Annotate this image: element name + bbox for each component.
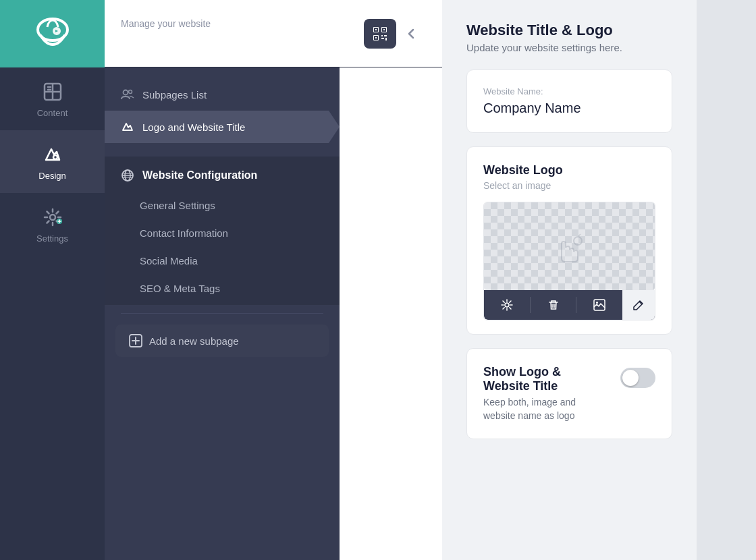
toggle-track[interactable]	[620, 368, 655, 388]
logo-section-subtitle: Select an image	[483, 180, 655, 191]
nav-section-config-header[interactable]: Website Configuration	[105, 159, 340, 192]
sidebar-item-settings[interactable]: Settings	[0, 193, 105, 256]
svg-rect-14	[375, 29, 377, 30]
nav-seo[interactable]: SEO & Meta Tags	[105, 275, 340, 302]
header-subtitle: Manage your website	[121, 18, 364, 29]
nav-general-settings[interactable]: General Settings	[105, 192, 340, 219]
website-name-value[interactable]: Company Name	[483, 101, 655, 116]
sidebar-item-content[interactable]: Content	[0, 67, 105, 130]
main-section-subtitle: Update your website settings here.	[466, 42, 672, 53]
website-name-label: Website Name:	[483, 86, 655, 96]
placeholder-icon	[543, 226, 597, 267]
nav-sidebar: Subpages List Logo and Website Title	[105, 67, 340, 560]
nav-item-logo-title[interactable]: Logo and Website Title	[105, 111, 340, 143]
nav-item-subpages[interactable]: Subpages List	[105, 78, 340, 111]
nav-divider	[121, 313, 323, 314]
toggle-text: Show Logo & Website Title Keep both, ima…	[483, 365, 610, 422]
app-header: Manage your website Website Settings	[105, 0, 442, 67]
logo-section-title: Website Logo	[483, 163, 655, 177]
show-logo-card: Show Logo & Website Title Keep both, ima…	[466, 348, 672, 439]
header-title: Website Settings	[121, 32, 364, 49]
svg-point-25	[124, 90, 128, 95]
add-subpage-label: Add a new subpage	[149, 335, 239, 347]
nav-subpages-label: Subpages List	[142, 89, 207, 101]
svg-point-33	[574, 237, 582, 245]
logo-settings-button[interactable]	[484, 290, 530, 320]
sidebar-item-design[interactable]: Design	[0, 130, 105, 193]
toggle-row: Show Logo & Website Title Keep both, ima…	[483, 365, 655, 422]
main-content: Website Title & Logo Update your website…	[442, 0, 697, 560]
add-subpage-button[interactable]: Add a new subpage	[115, 325, 329, 357]
sidebar-content-label: Content	[37, 108, 68, 118]
main-section-title: Website Title & Logo	[466, 22, 672, 39]
show-logo-toggle[interactable]	[620, 368, 655, 388]
svg-rect-21	[381, 35, 383, 36]
sidebar-design-label: Design	[38, 171, 65, 181]
icon-sidebar: Content Design Settings	[0, 0, 105, 560]
svg-point-8	[50, 215, 55, 220]
toggle-desc: Keep both, image and website name as log…	[483, 396, 610, 422]
nav-section-website-config: Website Configuration General Settings C…	[105, 157, 340, 305]
sidebar-settings-label: Settings	[36, 233, 68, 244]
toggle-title: Show Logo & Website Title	[483, 365, 610, 393]
svg-point-7	[53, 155, 57, 159]
logo-edit-button[interactable]	[622, 290, 655, 320]
right-overlay	[697, 0, 756, 560]
nav-list: Subpages List Logo and Website Title	[105, 67, 340, 379]
qr-button[interactable]	[364, 19, 396, 49]
svg-rect-23	[381, 38, 384, 39]
nav-contact-info[interactable]: Contact Information	[105, 219, 340, 247]
back-button[interactable]	[396, 19, 426, 49]
svg-point-26	[129, 90, 132, 94]
nav-website-config-label: Website Configuration	[142, 169, 257, 181]
toggle-thumb	[622, 370, 639, 386]
logo-delete-button[interactable]	[531, 290, 576, 320]
svg-rect-24	[385, 38, 387, 40]
app-logo	[0, 0, 105, 67]
logo-placeholder[interactable]	[484, 202, 655, 290]
svg-point-39	[596, 302, 598, 304]
svg-rect-20	[375, 37, 377, 38]
logo-image-container	[483, 202, 655, 320]
logo-upload-button[interactable]	[576, 290, 622, 320]
website-name-card: Website Name: Company Name	[466, 69, 672, 133]
logo-toolbar	[484, 290, 655, 320]
nav-logo-title-label: Logo and Website Title	[142, 121, 245, 133]
svg-rect-17	[383, 29, 385, 30]
svg-point-34	[505, 303, 509, 307]
svg-rect-22	[384, 35, 387, 36]
nav-social-media[interactable]: Social Media	[105, 247, 340, 275]
website-logo-card: Website Logo Select an image	[466, 146, 672, 335]
